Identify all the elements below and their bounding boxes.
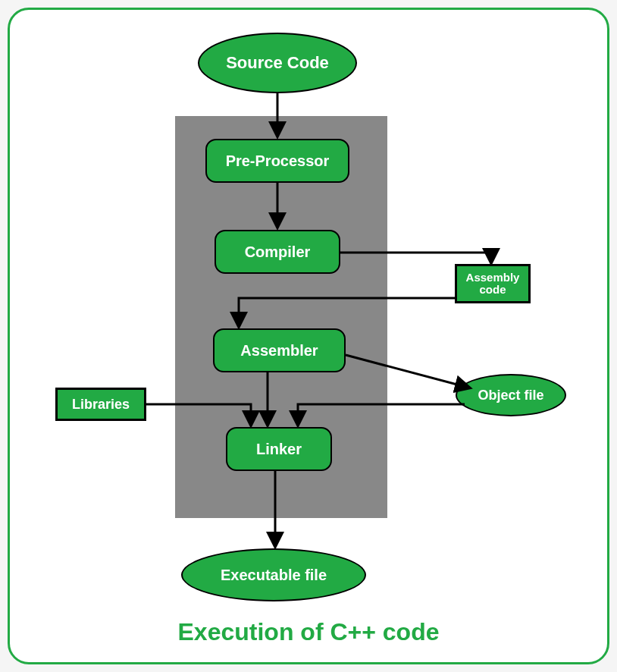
assembler-label: Assembler (240, 342, 318, 360)
compiler-node: Compiler (215, 230, 340, 274)
object-file-node: Object file (456, 374, 566, 416)
executable-node: Executable file (181, 548, 366, 601)
libraries-node: Libraries (55, 388, 146, 421)
diagram-caption: Execution of C++ code (10, 618, 607, 646)
assembly-code-node: Assembly code (455, 264, 531, 303)
linker-node: Linker (226, 427, 332, 471)
source-code-node: Source Code (198, 33, 357, 93)
object-file-label: Object file (478, 388, 543, 404)
assembly-code-label: Assembly code (466, 272, 520, 297)
assembler-node: Assembler (213, 328, 346, 372)
libraries-label: Libraries (72, 397, 130, 413)
caption-text: Execution of C++ code (178, 618, 440, 645)
diagram-frame: Source Code Pre-Processor Compiler Assem… (8, 8, 609, 664)
executable-label: Executable file (221, 567, 327, 584)
source-code-label: Source Code (226, 53, 329, 73)
compiler-label: Compiler (245, 243, 311, 261)
linker-label: Linker (256, 441, 302, 458)
preprocessor-label: Pre-Processor (226, 152, 330, 170)
preprocessor-node: Pre-Processor (205, 139, 349, 183)
